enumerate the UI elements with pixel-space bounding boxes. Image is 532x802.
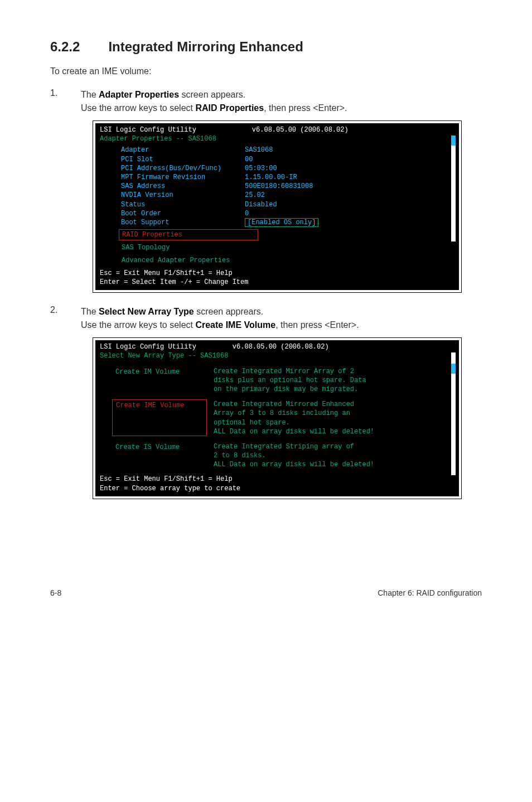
text: Use the arrow keys to select <box>81 320 195 330</box>
menu-item-sas-topology[interactable]: SAS Topology <box>119 243 258 253</box>
field-value: 05:03:00 <box>245 164 277 173</box>
footer-line: Enter = Choose array type to create <box>100 484 454 493</box>
footer-line: Esc = Exit Menu F1/Shift+1 = Help <box>100 475 454 484</box>
field-value: 0 <box>245 209 249 218</box>
bios-title: LSI Logic Config Utility <box>100 342 196 351</box>
field-label: Boot Order <box>100 209 245 218</box>
field-row: PCI Slot00 <box>100 155 454 164</box>
chapter-label: Chapter 6: RAID configuration <box>378 588 482 597</box>
field-label: PCI Slot <box>100 155 245 164</box>
field-row: NVDIA Version25.02 <box>100 191 454 200</box>
bold: RAID Properties <box>195 103 264 113</box>
field-label: PCI Address(Bus/Dev/Func) <box>100 164 245 173</box>
option-label: Create IM Volume <box>112 366 207 394</box>
field-row: Boot Support[Enabled OS only] <box>100 218 454 227</box>
scrollbar <box>451 352 456 475</box>
field-label: SAS Address <box>100 182 245 191</box>
text: , then press <Enter>. <box>275 320 359 330</box>
bios-screen-select-array-type: LSI Logic Config Utility v6.08.05.00 (20… <box>93 337 462 499</box>
footer-line: Enter = Select Item -/+ = Change Item <box>100 278 454 287</box>
field-row: AdapterSAS1068 <box>100 146 454 154</box>
bios-footer-help: Esc = Exit Menu F1/Shift+1 = Help Enter … <box>100 269 454 287</box>
section-title: Integrated Mirroring Enhanced <box>108 39 303 54</box>
option-label: Create IS Volume <box>112 442 207 470</box>
text: screen apprears. <box>194 307 264 316</box>
menu-item-advanced-adapter[interactable]: Advanced Adapter Properties <box>119 255 258 265</box>
bios-version: v6.08.05.00 (2006.08.02) <box>233 342 329 351</box>
text: The <box>81 90 99 99</box>
scrollbar <box>451 136 456 241</box>
option-create-im-volume[interactable]: Create IM Volume Create Integrated Mirro… <box>100 366 454 394</box>
step-2: 2. The Select New Array Type screen appr… <box>50 305 482 332</box>
field-value: 00 <box>245 155 253 164</box>
option-desc: Create Integrated Striping array of 2 to… <box>214 442 454 470</box>
intro-text: To create an IME volume: <box>50 65 482 78</box>
section-heading: 6.2.2 Integrated Mirroring Enhanced <box>50 39 482 55</box>
step-1: 1. The Adapter Properties screen appears… <box>50 88 482 115</box>
menu-label: RAID Properties <box>119 229 258 240</box>
menu-item-raid-properties[interactable]: RAID Properties <box>119 229 258 240</box>
option-desc: Create Integrated Mirrored Enhanced Arra… <box>214 400 454 436</box>
step-text: The Select New Array Type screen apprear… <box>81 305 482 332</box>
field-value: 25.02 <box>245 191 265 200</box>
option-create-ime-volume[interactable]: Create IME Volume Create Integrated Mirr… <box>100 399 454 436</box>
bios-footer-help: Esc = Exit Menu F1/Shift+1 = Help Enter … <box>100 475 454 492</box>
step-number: 2. <box>50 305 81 332</box>
menu-label: Advanced Adapter Properties <box>119 255 258 265</box>
field-label: MPT Firmware Revision <box>100 173 245 182</box>
text: The <box>81 307 99 316</box>
bold: Create IME Volume <box>195 320 275 330</box>
field-value: 500E0180:60831008 <box>245 182 313 191</box>
field-row: StatusDisabled <box>100 200 454 209</box>
bios-version: v6.08.05.00 (2006.08.02) <box>252 125 349 134</box>
bios-header: LSI Logic Config Utility v6.08.05.00 (20… <box>100 342 454 351</box>
bios-screen-adapter-properties: LSI Logic Config Utility v6.08.05.00 (20… <box>93 120 462 293</box>
menu-label: SAS Topology <box>119 243 258 253</box>
field-row: MPT Firmware Revision1.15.00.00-IR <box>100 173 454 182</box>
field-label: Adapter <box>100 146 245 154</box>
footer-line: Esc = Exit Menu F1/Shift+1 = Help <box>100 269 454 278</box>
field-row: SAS Address500E0180:60831008 <box>100 182 454 191</box>
field-value: 1.15.00.00-IR <box>245 173 297 182</box>
field-label: Status <box>100 200 245 209</box>
text: , then press <Enter>. <box>264 103 347 113</box>
option-label-selected: Create IME Volume <box>112 399 207 436</box>
bios-subtitle: Adapter Properties -- SAS1068 <box>100 134 454 143</box>
field-value: Disabled <box>245 200 277 209</box>
bios-title: LSI Logic Config Utility <box>100 125 196 134</box>
field-row: Boot Order0 <box>100 209 454 218</box>
field-value-selected[interactable]: [Enabled OS only] <box>245 218 318 227</box>
bold: Select New Array Type <box>99 307 194 316</box>
option-desc: Create Integrated Mirror Array of 2 disk… <box>214 367 454 394</box>
section-number: 6.2.2 <box>50 39 106 55</box>
step-number: 1. <box>50 88 81 115</box>
option-create-is-volume[interactable]: Create IS Volume Create Integrated Strip… <box>100 442 454 470</box>
field-row: PCI Address(Bus/Dev/Func)05:03:00 <box>100 164 454 173</box>
bios-subtitle: Select New Array Type -- SAS1068 <box>100 351 454 360</box>
bios-body: AdapterSAS1068 PCI Slot00 PCI Address(Bu… <box>100 146 454 265</box>
bios-header: LSI Logic Config Utility v6.08.05.00 (20… <box>100 125 454 134</box>
text: Use the arrow keys to select <box>81 103 195 113</box>
text: screen appears. <box>179 90 245 99</box>
step-text: The Adapter Properties screen appears. U… <box>81 88 482 115</box>
bold: Adapter Properties <box>99 90 179 99</box>
field-label: Boot Support <box>100 218 245 227</box>
field-label: NVDIA Version <box>100 191 245 200</box>
page-number: 6-8 <box>50 588 61 597</box>
page-footer: 6-8 Chapter 6: RAID configuration <box>50 588 482 597</box>
field-value: SAS1068 <box>245 146 273 154</box>
